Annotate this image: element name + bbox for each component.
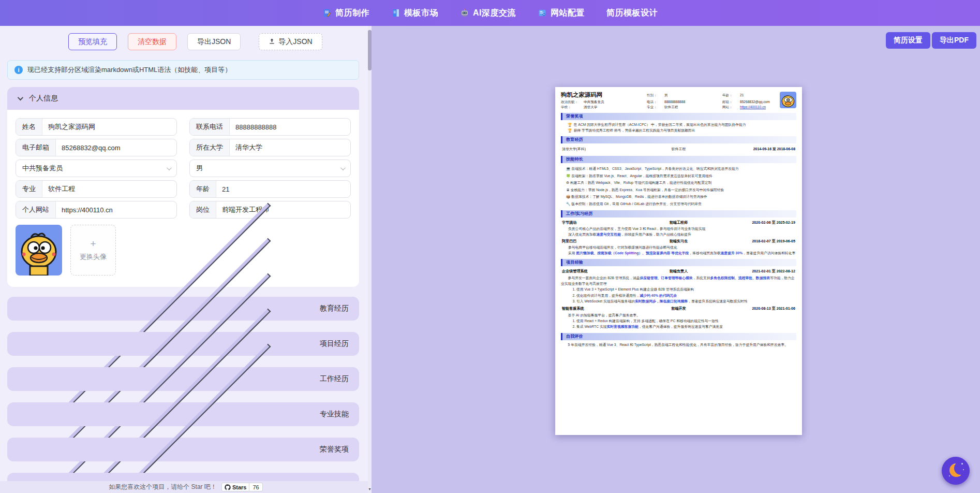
chevron-down-icon <box>167 165 172 170</box>
nav-item-site-config[interactable]: 网站配置 <box>538 8 585 19</box>
template-market-icon <box>391 8 400 18</box>
nav-label: 简历制作 <box>335 8 369 19</box>
plus-icon: + <box>90 239 96 249</box>
nav-item-template-design[interactable]: 简历模板设计 <box>606 8 658 19</box>
change-avatar-button[interactable]: + 更换头像 <box>70 225 116 276</box>
trophy-icon: 🏆 <box>568 123 572 126</box>
robot-icon <box>460 8 469 18</box>
resume-section-projects: 项目经验 企业级管理系统 前端负责人 2021-02-01 至 2022-08-… <box>561 259 796 330</box>
stars-count: 76 <box>249 483 262 491</box>
chevron-down-icon <box>340 165 346 170</box>
star-text: 如果您喜欢这个项目，请给个 Star 吧！ <box>109 483 217 491</box>
phone-input[interactable] <box>230 119 350 135</box>
email-input[interactable] <box>56 139 176 156</box>
chevron-down-icon <box>18 95 23 100</box>
resume-preview-page: 狗凯之家源码网 政治面貌：中共预备党员 学校：清华大学 性别：男 电话：8888… <box>555 87 802 435</box>
nav-item-template-market[interactable]: 模板市场 <box>391 8 438 19</box>
scrollbar-thumb[interactable] <box>368 30 372 70</box>
resume-section-work: 工作/实习经历 字节跳动 前端工程师 2020-02-06 至 2025-02-… <box>561 210 796 256</box>
resume-header: 狗凯之家源码网 政治面貌：中共预备党员 学校：清华大学 性别：男 电话：8888… <box>561 92 796 110</box>
import-json-button[interactable]: 导入JSON <box>259 33 322 50</box>
alert-text: 现已经支持部分区域渲染markdown或HTML语法（如技能、项目等） <box>27 65 231 75</box>
resume-section-skills: 技能特长 💻 前端技术：精通 HTML5、CSS3、JavaScript、Typ… <box>561 156 796 207</box>
section-title: 个人信息 <box>29 94 58 103</box>
resume-section-title: 工作/实习经历 <box>561 210 796 218</box>
resume-builder-app: 简历制作 模板市场 AI深度交流 网站配置 简历模板设计 <box>0 0 980 493</box>
resume-section-honors: 荣誉奖项 🏆在 ACM 国际大学生程序设计竞赛（ACM-ICPC） 中，荣获全国… <box>561 113 796 133</box>
nav-item-resume-build[interactable]: 简历制作 <box>322 8 369 19</box>
github-stars-badge[interactable]: Stars 76 <box>221 483 263 491</box>
export-pdf-button[interactable]: 导出PDF <box>932 32 976 49</box>
site-config-icon <box>538 8 547 18</box>
editor-toolbar: 预览填充 清空数据 导出JSON 导入JSON <box>68 33 322 50</box>
star-footer: 如果您喜欢这个项目，请给个 Star 吧！ Stars 76 <box>0 481 372 493</box>
position-field-group: 岗位 <box>189 201 351 219</box>
political-status-select[interactable]: 中共预备党员 <box>16 160 177 177</box>
age-field-group: 年龄 <box>189 180 351 198</box>
editor-scrollbar[interactable]: ▼ <box>368 26 372 493</box>
resume-section-title: 自我评价 <box>561 333 796 340</box>
university-input[interactable] <box>230 139 350 156</box>
sidebar-section-honors[interactable]: 荣誉奖项 <box>7 438 359 461</box>
name-input[interactable] <box>42 119 176 135</box>
gender-select[interactable]: 男 <box>189 160 351 177</box>
resume-settings-button[interactable]: 简历设置 <box>886 32 930 49</box>
export-json-button[interactable]: 导出JSON <box>187 33 241 50</box>
personal-info-section: 个人信息 姓名 联系电话 电子邮箱 <box>7 87 359 287</box>
preview-panel: 简历设置 导出PDF 狗凯之家源码网 政治面貌：中共预备党员 学校：清华大学 性… <box>372 26 980 493</box>
sidebar-section-skills[interactable]: 专业技能 <box>7 402 359 426</box>
avatar[interactable] <box>16 225 62 276</box>
sidebar-section-projects[interactable]: 项目经历 <box>7 332 359 356</box>
markdown-support-alert: i 现已经支持部分区域渲染markdown或HTML语法（如技能、项目等） <box>7 60 359 80</box>
website-input[interactable] <box>56 201 176 218</box>
moon-icon <box>949 463 963 477</box>
sparkle <box>963 469 964 470</box>
scrollbar-down-arrow[interactable]: ▼ <box>368 487 372 491</box>
resume-name: 狗凯之家源码网 <box>561 92 647 98</box>
top-nav: 简历制作 模板市场 AI深度交流 网站配置 简历模板设计 <box>0 0 980 26</box>
resume-section-title: 项目经验 <box>561 259 796 266</box>
sidebar-section-work[interactable]: 工作经历 <box>7 367 359 391</box>
major-field-group: 专业 <box>16 180 177 198</box>
resume-section-selfeval: 自我评价 5 年前端开发经验，精通 Vue 3、React 和 TypeScri… <box>561 333 796 348</box>
preview-fill-button[interactable]: 预览填充 <box>68 33 117 50</box>
name-field-group: 姓名 <box>16 118 177 136</box>
resume-section-title: 荣誉奖项 <box>561 113 796 120</box>
personal-info-form: 姓名 联系电话 电子邮箱 所在大学 <box>7 110 359 287</box>
sparkle <box>961 463 963 465</box>
editor-panel: 预览填充 清空数据 导出JSON 导入JSON i 现已经支持部分区域渲染mar… <box>0 26 372 493</box>
nav-label: AI深度交流 <box>473 8 516 19</box>
nav-label: 网站配置 <box>551 8 585 19</box>
email-field-group: 电子邮箱 <box>16 139 177 156</box>
resume-section-title: 技能特长 <box>561 156 796 163</box>
trophy-icon: 🏆 <box>568 128 572 132</box>
university-field-group: 所在大学 <box>189 139 351 156</box>
nav-label: 模板市场 <box>404 8 438 19</box>
resume-edit-icon <box>322 8 332 18</box>
sidebar-section-education[interactable]: 教育经历 <box>7 297 359 321</box>
website-field-group: 个人网站 <box>16 201 177 219</box>
personal-info-header[interactable]: 个人信息 <box>7 87 359 110</box>
nav-item-ai-chat[interactable]: AI深度交流 <box>460 8 516 19</box>
major-input[interactable] <box>42 181 176 197</box>
resume-website-link[interactable]: https://400110.cn <box>740 105 766 110</box>
age-input[interactable] <box>216 181 350 197</box>
clear-data-button[interactable]: 清空数据 <box>128 33 176 50</box>
info-icon: i <box>14 66 23 74</box>
dark-mode-toggle-button[interactable] <box>942 457 970 485</box>
nav-label: 简历模板设计 <box>606 8 658 19</box>
resume-section-title: 教育经历 <box>561 136 796 143</box>
upload-icon <box>269 38 275 46</box>
resume-section-education: 教育经历 清华大学(本科) 软件工程 2014-09-16 至 2018-06-… <box>561 136 796 153</box>
phone-field-group: 联系电话 <box>189 118 351 136</box>
github-icon <box>225 484 231 490</box>
sparkle <box>949 475 950 476</box>
position-input[interactable] <box>216 201 350 218</box>
resume-avatar <box>780 92 796 108</box>
